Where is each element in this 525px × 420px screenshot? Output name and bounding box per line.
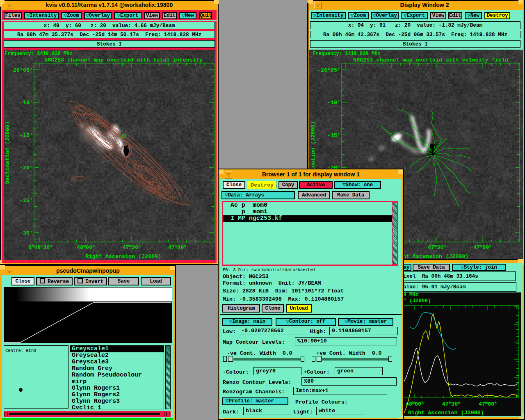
svg-text:48m​00s​: 48m​00s​ — [77, 244, 95, 251]
svg-text:0h​48m​30s​: 0h​48m​30s​ — [28, 244, 52, 251]
svg-text:8 MHz: 8 MHz — [403, 292, 419, 298]
svg-text:Frequency: 1419.828 MHz: Frequency: 1419.828 MHz — [313, 51, 381, 57]
svg-text:-15': -15' — [327, 132, 340, 139]
svg-text:Frequency: 1419.828 MHz: Frequency: 1419.828 MHz — [5, 51, 73, 57]
svg-text:NGC253 channel map overlaid wi: NGC253 channel map overlaid with velocit… — [353, 57, 508, 63]
svg-text:-30': -30' — [20, 230, 33, 236]
svg-text:48m​00s​: 48m​00s​ — [406, 401, 424, 407]
svg-text:" (J2000): " (J2000) — [403, 298, 431, 304]
svg-text:47m​00s​: 47m​00s​ — [479, 401, 497, 407]
svg-text:47m​30s​: 47m​30s​ — [428, 244, 446, 251]
svg-text:47m​30s​: 47m​30s​ — [123, 244, 141, 251]
svg-text:Declination (J2000): Declination (J2000) — [5, 121, 11, 184]
svg-text:-26°05': -26°05' — [10, 67, 33, 73]
svg-text:47m​00s​: 47m​00s​ — [473, 244, 491, 251]
svg-text:-10': -10' — [20, 100, 33, 106]
svg-text:-20': -20' — [20, 165, 33, 171]
svg-text:47m​00s​: 47m​00s​ — [168, 244, 186, 251]
svg-text:47m​30s​: 47m​30s​ — [442, 401, 460, 407]
svg-text:NGC253 channel map overlaid wi: NGC253 channel map overlaid with total i… — [44, 57, 203, 63]
svg-text:-15': -15' — [20, 132, 33, 139]
svg-text:-25': -25' — [20, 198, 33, 204]
svg-text:Right Ascension (J2000): Right Ascension (J2000) — [393, 253, 469, 260]
svg-text:Right Ascension (J2000): Right Ascension (J2000) — [408, 410, 484, 416]
svg-text:Right Ascension (J2000): Right Ascension (J2000) — [86, 253, 162, 260]
svg-text:-10': -10' — [327, 100, 340, 106]
svg-text:-26°05': -26°05' — [317, 67, 340, 73]
